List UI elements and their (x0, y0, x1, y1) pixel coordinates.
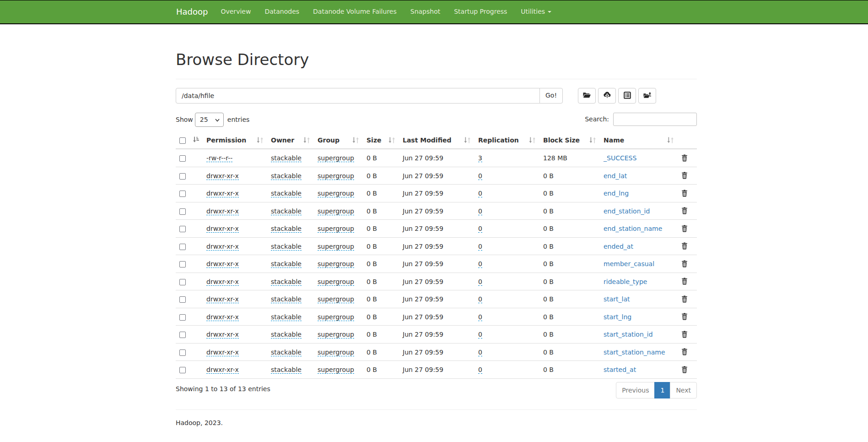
row-checkbox[interactable] (179, 367, 186, 373)
permission-value[interactable]: drwxr-xr-x (206, 190, 239, 197)
row-checkbox[interactable] (179, 279, 186, 285)
select-all-checkbox[interactable] (179, 137, 186, 144)
replication-value[interactable]: 0 (478, 260, 482, 268)
group-value[interactable]: supergroup (318, 225, 354, 233)
upload-files-button[interactable] (598, 88, 616, 104)
group-value[interactable]: supergroup (318, 331, 354, 338)
group-value[interactable]: supergroup (318, 260, 354, 268)
replication-value[interactable]: 0 (478, 172, 482, 180)
group-value[interactable]: supergroup (318, 278, 354, 286)
paste-button[interactable] (638, 88, 656, 104)
owner-value[interactable]: stackable (271, 331, 302, 338)
delete-button[interactable] (681, 154, 688, 163)
column-header-size[interactable]: Size (363, 132, 399, 149)
row-checkbox[interactable] (179, 244, 186, 250)
file-name-link[interactable]: start_lng (604, 313, 631, 321)
row-checkbox[interactable] (179, 314, 186, 321)
group-value[interactable]: supergroup (318, 172, 354, 180)
nav-item-datanode-volume-failures[interactable]: Datanode Volume Failures (306, 0, 404, 23)
replication-value[interactable]: 0 (478, 313, 482, 321)
row-checkbox[interactable] (179, 155, 186, 162)
delete-button[interactable] (681, 278, 688, 286)
sort-order-header[interactable] (189, 132, 203, 149)
page-size-select[interactable]: 25 (195, 113, 224, 127)
delete-button[interactable] (681, 295, 688, 304)
row-checkbox[interactable] (179, 261, 186, 267)
directory-path-input[interactable] (176, 88, 540, 104)
owner-value[interactable]: stackable (271, 366, 302, 374)
file-name-link[interactable]: end_station_id (604, 207, 650, 215)
column-header-last-modified[interactable]: Last Modified (399, 132, 474, 149)
file-name-link[interactable]: end_station_name (604, 225, 662, 232)
file-name-link[interactable]: start_station_id (604, 331, 653, 338)
permission-value[interactable]: drwxr-xr-x (206, 313, 239, 321)
row-checkbox[interactable] (179, 173, 186, 180)
file-name-link[interactable]: _SUCCESS (604, 154, 636, 162)
group-value[interactable]: supergroup (318, 313, 354, 321)
file-name-link[interactable]: start_station_name (604, 349, 665, 356)
replication-value[interactable]: 3 (478, 154, 482, 162)
column-header-permission[interactable]: Permission (203, 132, 267, 149)
nav-item-overview[interactable]: Overview (214, 0, 258, 23)
replication-value[interactable]: 0 (478, 349, 482, 356)
group-value[interactable]: supergroup (318, 366, 354, 374)
brand-hadoop[interactable]: Hadoop (176, 0, 208, 23)
row-checkbox[interactable] (179, 296, 186, 303)
owner-value[interactable]: stackable (271, 313, 302, 321)
file-name-link[interactable]: end_lng (604, 190, 629, 197)
nav-item-datanodes[interactable]: Datanodes (258, 0, 306, 23)
replication-value[interactable]: 0 (478, 295, 482, 303)
delete-button[interactable] (681, 242, 688, 251)
file-name-link[interactable]: member_casual (604, 260, 654, 267)
cut-button[interactable] (618, 88, 636, 104)
column-header-group[interactable]: Group (314, 132, 363, 149)
delete-button[interactable] (681, 172, 688, 180)
column-header-replication[interactable]: Replication (474, 132, 539, 149)
column-header-name[interactable]: Name (600, 132, 678, 149)
owner-value[interactable]: stackable (271, 190, 302, 197)
replication-value[interactable]: 0 (478, 243, 482, 251)
replication-value[interactable]: 0 (478, 207, 482, 215)
owner-value[interactable]: stackable (271, 349, 302, 356)
nav-item-startup-progress[interactable]: Startup Progress (447, 0, 514, 23)
owner-value[interactable]: stackable (271, 260, 302, 268)
delete-button[interactable] (681, 225, 688, 234)
replication-value[interactable]: 0 (478, 225, 482, 233)
delete-button[interactable] (681, 348, 688, 357)
owner-value[interactable]: stackable (271, 243, 302, 251)
replication-value[interactable]: 0 (478, 331, 482, 338)
delete-button[interactable] (681, 331, 688, 339)
permission-value[interactable]: drwxr-xr-x (206, 331, 239, 338)
go-button[interactable]: Go! (539, 88, 563, 104)
column-header-block-size[interactable]: Block Size (539, 132, 600, 149)
delete-button[interactable] (681, 313, 688, 322)
nav-item-utilities[interactable]: Utilities (514, 0, 558, 23)
owner-value[interactable]: stackable (271, 154, 302, 162)
permission-value[interactable]: drwxr-xr-x (206, 225, 239, 233)
row-checkbox[interactable] (179, 226, 186, 232)
permission-value[interactable]: drwxr-xr-x (206, 260, 239, 268)
row-checkbox[interactable] (179, 332, 186, 338)
replication-value[interactable]: 0 (478, 190, 482, 197)
permission-value[interactable]: drwxr-xr-x (206, 366, 239, 374)
owner-value[interactable]: stackable (271, 207, 302, 215)
permission-value[interactable]: drwxr-xr-x (206, 207, 239, 215)
replication-value[interactable]: 0 (478, 278, 482, 286)
permission-value[interactable]: drwxr-xr-x (206, 295, 239, 303)
permission-value[interactable]: -rw-r--r-- (206, 154, 232, 162)
delete-button[interactable] (681, 207, 688, 216)
column-header-owner[interactable]: Owner (267, 132, 314, 149)
owner-value[interactable]: stackable (271, 295, 302, 303)
search-input[interactable] (613, 113, 697, 126)
permission-value[interactable]: drwxr-xr-x (206, 243, 239, 251)
create-directory-button[interactable] (578, 88, 596, 104)
delete-button[interactable] (681, 366, 688, 375)
owner-value[interactable]: stackable (271, 225, 302, 233)
file-name-link[interactable]: rideable_type (604, 278, 647, 285)
file-name-link[interactable]: ended_at (604, 243, 633, 250)
select-all-header[interactable] (176, 132, 189, 149)
file-name-link[interactable]: start_lat (604, 295, 630, 303)
group-value[interactable]: supergroup (318, 154, 354, 162)
permission-value[interactable]: drwxr-xr-x (206, 349, 239, 356)
permission-value[interactable]: drwxr-xr-x (206, 278, 239, 286)
